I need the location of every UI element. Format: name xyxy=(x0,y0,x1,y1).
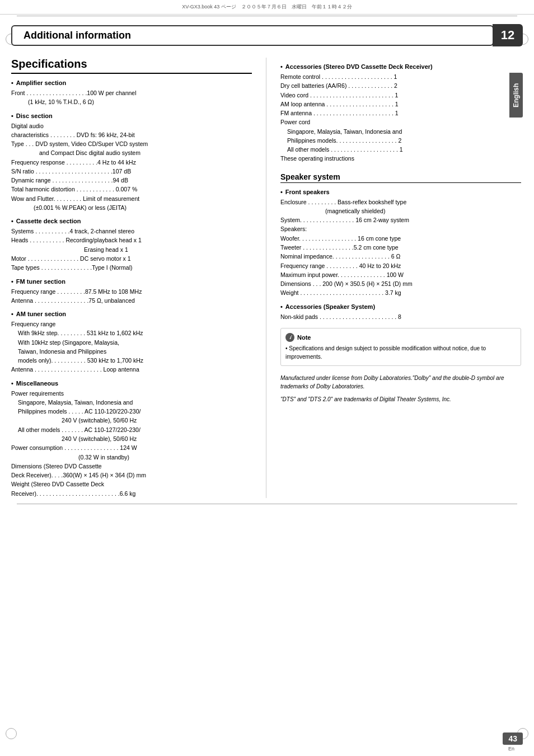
disc-section: • Disc section Digital audio characteris… xyxy=(11,112,252,213)
amplifier-text: Front . . . . . . . . . . . . . . . . . … xyxy=(11,88,252,107)
am-heading: • AM tuner section xyxy=(11,311,252,317)
amplifier-section: • Amplifier section Front . . . . . . . … xyxy=(11,79,252,107)
speaker-system-section: Speaker system • Front speakers Enclosur… xyxy=(280,172,521,321)
fm-heading: • FM tuner section xyxy=(11,278,252,285)
footer-notes: Manufactured under license from Dolby La… xyxy=(280,374,521,403)
misc-section: • Miscellaneous Power requirements Singa… xyxy=(11,380,252,498)
footer-note-1: Manufactured under license from Dolby La… xyxy=(280,374,521,391)
note-title: 𝑖 Note xyxy=(285,333,516,342)
right-column: • Accessories (Stereo DVD Cassette Deck … xyxy=(280,58,521,498)
am-section: • AM tuner section Frequency range With … xyxy=(11,311,252,374)
disc-text: Digital audio characteristics . . . . . … xyxy=(11,121,252,213)
accessories-speaker-section: • Accessories (Speaker System) Non-skid … xyxy=(280,303,521,321)
fm-section: • FM tuner section Frequency range . . .… xyxy=(11,278,252,306)
page-en-label: En xyxy=(508,746,514,752)
accessories-speaker-heading: • Accessories (Speaker System) xyxy=(280,303,521,310)
chapter-number: 12 xyxy=(501,28,514,43)
reg-mark-bl xyxy=(6,728,17,739)
col-divider xyxy=(266,58,266,498)
header-bar: XV-GX3.book 43 ページ ２００５年７月６日 水曜日 午前１１時４２… xyxy=(0,0,534,15)
accessories-speaker-text: Non-skid pads . . . . . . . . . . . . . … xyxy=(280,312,521,321)
cassette-heading: • Cassette deck section xyxy=(11,218,252,224)
chapter-number-box: 12 xyxy=(493,24,523,46)
amplifier-heading: • Amplifier section xyxy=(11,79,252,86)
front-speakers-heading: • Front speakers xyxy=(280,189,521,195)
accessories-dvd-heading: • Accessories (Stereo DVD Cassette Deck … xyxy=(280,63,521,70)
chapter-header: Additional information 12 xyxy=(11,24,523,46)
cassette-section: • Cassette deck section Systems . . . . … xyxy=(11,218,252,272)
header-text: XV-GX3.book 43 ページ ２００５年７月６日 水曜日 午前１１時４２… xyxy=(182,3,352,11)
main-content: Specifications • Amplifier section Front… xyxy=(11,58,523,498)
accessories-dvd-text: Remote control . . . . . . . . . . . . .… xyxy=(280,72,521,163)
footer-note-2: "DTS" and "DTS 2.0" are trademarks of Di… xyxy=(280,395,521,403)
accessories-dvd-section: • Accessories (Stereo DVD Cassette Deck … xyxy=(280,63,521,163)
speaker-system-title: Speaker system xyxy=(280,172,521,183)
front-speakers-section: • Front speakers Enclosure . . . . . . .… xyxy=(280,189,521,298)
lang-tab: English xyxy=(509,73,523,118)
misc-text: Power requirements Singapore, Malaysia, … xyxy=(11,389,252,498)
note-content: • Specifications and design subject to p… xyxy=(285,344,516,361)
note-box: 𝑖 Note • Specifications and design subje… xyxy=(280,328,521,366)
am-text: Frequency range With 9kHz step. . . . . … xyxy=(11,320,252,374)
front-speakers-text: Enclosure . . . . . . . . . Bass-reflex … xyxy=(280,198,521,298)
chapter-title-box: Additional information xyxy=(11,25,494,46)
left-column: Specifications • Amplifier section Front… xyxy=(11,58,252,498)
cassette-text: Systems . . . . . . . . . . .4 track, 2-… xyxy=(11,227,252,272)
disc-heading: • Disc section xyxy=(11,112,252,119)
chapter-title: Additional information xyxy=(24,30,131,41)
page-number: 43 xyxy=(503,732,523,745)
note-icon: 𝑖 xyxy=(285,333,294,342)
spec-title: Specifications xyxy=(11,58,252,74)
misc-heading: • Miscellaneous xyxy=(11,380,252,387)
fm-text: Frequency range . . . . . . . . .87.5 MH… xyxy=(11,287,252,306)
